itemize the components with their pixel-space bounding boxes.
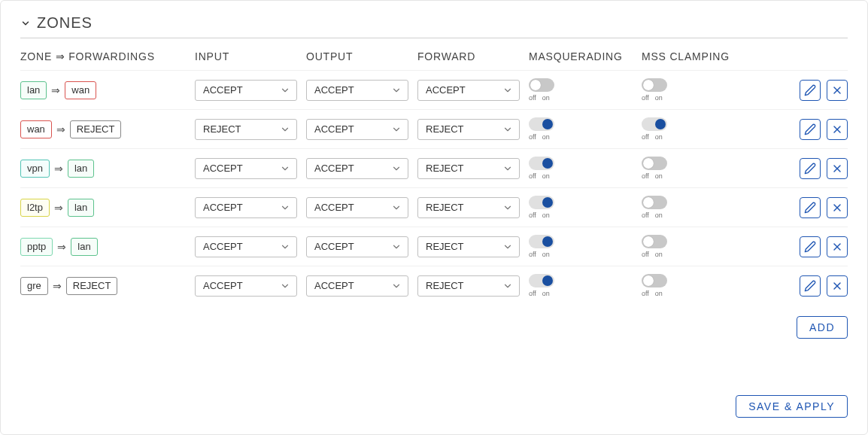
forward-select-value: REJECT <box>426 163 464 174</box>
mss-toggle[interactable] <box>642 117 667 131</box>
add-button[interactable]: ADD <box>797 316 848 339</box>
zone-to-pill: wan <box>65 81 96 99</box>
zone-forwarding: wan ⇒ REJECT <box>20 120 195 138</box>
col-mss: MSS CLAMPING <box>642 47 754 71</box>
mss-toggle-labels: offon <box>642 172 663 180</box>
pencil-icon <box>804 241 816 253</box>
masq-toggle[interactable] <box>529 196 554 209</box>
chevron-down-icon <box>502 242 513 252</box>
masq-toggle-labels: offon <box>529 94 550 102</box>
chevron-down-icon <box>391 202 402 213</box>
pencil-icon <box>804 202 816 214</box>
output-select[interactable]: ACCEPT <box>306 119 408 140</box>
input-select[interactable]: ACCEPT <box>195 275 297 297</box>
arrow-right-icon: ⇒ <box>51 84 60 96</box>
input-select[interactable]: ACCEPT <box>195 80 297 101</box>
masq-toggle[interactable] <box>529 235 554 248</box>
edit-button[interactable] <box>800 119 821 140</box>
masq-toggle[interactable] <box>529 157 554 170</box>
output-select-value: ACCEPT <box>314 123 354 135</box>
masq-toggle[interactable] <box>529 117 554 131</box>
chevron-down-icon <box>502 85 513 96</box>
output-select[interactable]: ACCEPT <box>306 236 408 257</box>
edit-button[interactable] <box>800 158 821 179</box>
mss-toggle[interactable] <box>642 274 667 287</box>
mss-toggle-labels: offon <box>642 211 663 219</box>
output-select[interactable]: ACCEPT <box>306 80 408 101</box>
chevron-down-icon <box>280 242 290 252</box>
mss-toggle[interactable] <box>642 196 667 209</box>
forward-select[interactable]: ACCEPT <box>417 80 520 101</box>
input-select[interactable]: ACCEPT <box>195 158 297 179</box>
output-select[interactable]: ACCEPT <box>306 197 408 218</box>
section-title: ZONES <box>37 14 93 32</box>
chevron-down-icon <box>502 124 513 135</box>
mss-toggle[interactable] <box>642 235 667 248</box>
chevron-down-icon <box>502 202 513 213</box>
forward-select-value: REJECT <box>426 280 464 291</box>
output-select[interactable]: ACCEPT <box>306 275 408 297</box>
masq-toggle[interactable] <box>529 274 554 287</box>
zone-from-pill: gre <box>20 277 48 295</box>
output-select-value: ACCEPT <box>314 202 354 213</box>
forward-select[interactable]: REJECT <box>417 236 520 257</box>
edit-button[interactable] <box>800 197 821 218</box>
output-select-value: ACCEPT <box>314 163 354 174</box>
input-select[interactable]: ACCEPT <box>195 236 297 257</box>
chevron-down-icon <box>280 85 290 96</box>
mss-toggle-labels: offon <box>642 251 663 258</box>
output-select-value: ACCEPT <box>314 84 354 96</box>
output-select[interactable]: ACCEPT <box>306 158 408 179</box>
zone-to-pill: REJECT <box>70 120 122 138</box>
delete-button[interactable] <box>827 158 848 179</box>
forward-select[interactable]: REJECT <box>417 119 520 140</box>
delete-button[interactable] <box>827 197 848 218</box>
table-row: wan ⇒ REJECT REJECT ACCEPT REJECT offon <box>20 110 848 149</box>
masq-toggle-labels: offon <box>529 133 550 141</box>
close-icon <box>831 84 843 96</box>
col-masq: MASQUERADING <box>529 47 642 71</box>
chevron-down-icon <box>391 242 402 252</box>
chevron-down-icon <box>391 281 402 291</box>
zone-forwarding: pptp ⇒ lan <box>20 238 195 256</box>
mss-toggle[interactable] <box>642 157 667 170</box>
chevron-down-icon <box>20 18 31 29</box>
pencil-icon <box>804 280 816 292</box>
section-header[interactable]: ZONES <box>20 14 848 38</box>
edit-button[interactable] <box>800 275 821 297</box>
delete-button[interactable] <box>827 119 848 140</box>
col-zone: ZONE ⇒ FORWARDINGS <box>20 47 195 71</box>
masq-toggle-labels: offon <box>529 290 550 297</box>
delete-button[interactable] <box>827 275 848 297</box>
forward-select[interactable]: REJECT <box>417 197 520 218</box>
delete-button[interactable] <box>827 236 848 257</box>
edit-button[interactable] <box>800 236 821 257</box>
input-select[interactable]: ACCEPT <box>195 197 297 218</box>
masq-toggle-labels: offon <box>529 211 550 219</box>
edit-button[interactable] <box>800 80 821 101</box>
pencil-icon <box>804 123 816 135</box>
input-select-value: ACCEPT <box>203 84 243 96</box>
zone-from-pill: vpn <box>20 160 50 178</box>
col-forward: FORWARD <box>417 47 529 71</box>
input-select-value: ACCEPT <box>203 280 243 291</box>
close-icon <box>831 202 843 214</box>
table-row: gre ⇒ REJECT ACCEPT ACCEPT REJECT offon <box>20 266 848 306</box>
table-row: l2tp ⇒ lan ACCEPT ACCEPT REJECT offon <box>20 188 848 227</box>
zone-to-pill: REJECT <box>66 277 118 295</box>
save-apply-button[interactable]: SAVE & APPLY <box>736 395 848 418</box>
zone-from-pill: lan <box>20 81 47 99</box>
output-select-value: ACCEPT <box>314 280 354 291</box>
input-select[interactable]: REJECT <box>195 119 297 140</box>
arrow-right-icon: ⇒ <box>54 163 63 175</box>
forward-select[interactable]: REJECT <box>417 158 520 179</box>
input-select-value: ACCEPT <box>203 241 243 252</box>
input-select-value: REJECT <box>203 123 241 135</box>
mss-toggle[interactable] <box>642 78 667 92</box>
masq-toggle[interactable] <box>529 78 554 92</box>
zone-to-pill: lan <box>71 238 97 256</box>
close-icon <box>831 163 843 175</box>
forward-select-value: REJECT <box>426 241 464 252</box>
delete-button[interactable] <box>827 80 848 101</box>
forward-select[interactable]: REJECT <box>417 275 520 297</box>
